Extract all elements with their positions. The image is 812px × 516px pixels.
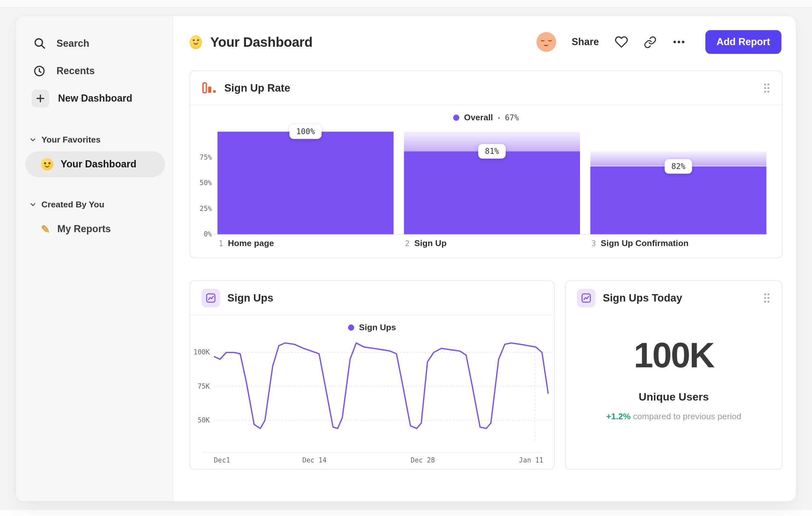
legend-dot	[348, 324, 354, 330]
funnel-value-label: 100%	[289, 125, 322, 139]
kpi-card: Sign Ups Today 100K Unique Users +1.2% c…	[565, 280, 782, 469]
y-axis-tick-label: 50%	[190, 179, 212, 186]
x-axis-tick-label: Dec1	[214, 456, 230, 464]
smiley-emoji-icon	[190, 35, 202, 49]
funnel-step-name: 3Sign Up Confirmation	[591, 238, 689, 248]
y-axis-tick-label: 100K	[190, 348, 210, 356]
x-axis-tick-label: Jan 11	[519, 456, 543, 464]
legend-value: 67%	[505, 113, 519, 122]
card-header: Sign Ups Today	[566, 281, 782, 315]
delta-note: compared to previous period	[633, 411, 742, 421]
share-button[interactable]: Share	[572, 36, 599, 47]
kpi-label: Unique Users	[566, 391, 782, 403]
card-title: Sign Up Rate	[224, 82, 290, 94]
header-actions: Share	[536, 30, 782, 54]
line-chart-icon	[577, 289, 596, 307]
card-title: Sign Ups Today	[603, 292, 683, 304]
sidebar-section-title: Created By You	[41, 199, 105, 209]
sidebar-section-created-by-you[interactable]: Created By You	[16, 195, 172, 213]
funnel-bar-sign-up-confirmation[interactable]: 82%3Sign Up Confirmation	[590, 132, 766, 234]
y-axis-tick-label: 25%	[190, 205, 212, 212]
line-chart-plot[interactable]	[214, 338, 551, 452]
bar-chart-icon	[201, 80, 217, 96]
app-window: Search Recents New Dashboard	[16, 16, 796, 501]
more-options-icon[interactable]	[672, 35, 685, 49]
sidebar: Search Recents New Dashboard	[16, 16, 173, 501]
x-axis-tick-label: Dec 28	[410, 456, 435, 464]
sidebar-item-label: Search	[56, 38, 89, 49]
sidebar-item-my-reports[interactable]: ✎ My Reports	[25, 216, 165, 242]
funnel-step-name: 2Sign Up	[405, 238, 446, 248]
y-axis-tick-label: 0%	[190, 230, 212, 238]
smiley-emoji-icon	[41, 158, 54, 171]
y-axis-tick-label: 75%	[190, 153, 212, 161]
sidebar-item-new-dashboard[interactable]: New Dashboard	[16, 84, 172, 113]
favorite-heart-icon[interactable]	[614, 35, 628, 49]
chart-legend[interactable]: Sign Ups	[190, 323, 554, 332]
line-chart-card: Sign Ups Sign Ups 100K75K50K Dec1Dec 14D…	[190, 280, 555, 469]
chart-legend[interactable]: Overall • 67%	[190, 113, 782, 123]
funnel-bar-home-page[interactable]: 100%1Home page	[218, 132, 394, 234]
main-content: Your Dashboard Share	[173, 16, 796, 501]
line-chart-icon	[201, 288, 220, 307]
line-x-axis-line	[202, 452, 542, 453]
legend-label: Overall	[464, 113, 493, 123]
drag-handle-icon[interactable]	[763, 292, 771, 303]
funnel-bar-sign-up[interactable]: 81%2Sign Up	[404, 132, 580, 234]
dashboard-header: Your Dashboard Share	[190, 28, 781, 55]
sidebar-item-label: My Reports	[57, 223, 111, 235]
chevron-down-icon	[30, 136, 36, 143]
title-group: Your Dashboard	[190, 34, 313, 50]
funnel-bars: 100%1Home page81%2Sign Up82%3Sign Up Con…	[218, 132, 766, 234]
sidebar-section-title: Your Favorites	[41, 134, 101, 144]
legend-label: Sign Ups	[359, 323, 396, 332]
sidebar-item-search[interactable]: Search	[16, 30, 172, 57]
avatar[interactable]	[536, 32, 556, 52]
top-strip	[0, 0, 812, 8]
kpi-value: 100K	[566, 335, 782, 375]
plus-icon	[32, 90, 49, 107]
funnel-value-label: 82%	[665, 159, 692, 173]
clock-icon	[33, 64, 46, 77]
y-axis-tick-label: 75K	[190, 382, 210, 390]
card-header: Sign Up Rate	[190, 71, 782, 105]
funnel-baseline	[212, 234, 766, 235]
x-axis-tick-label: Dec 14	[302, 456, 326, 464]
sidebar-item-label: Recents	[56, 65, 95, 76]
funnel-value-label: 81%	[478, 144, 505, 158]
legend-dot	[453, 114, 459, 120]
page-title: Your Dashboard	[210, 34, 312, 50]
sidebar-item-your-dashboard[interactable]: Your Dashboard	[25, 151, 165, 177]
chevron-down-icon	[30, 201, 36, 208]
funnel-card: Sign Up Rate Overall • 67% 75%50%25%0	[190, 71, 782, 258]
sidebar-item-label: Your Dashboard	[61, 159, 136, 170]
kpi-delta: +1.2% compared to previous period	[566, 411, 782, 422]
bottom-strip	[0, 510, 812, 516]
card-header: Sign Ups	[190, 281, 554, 315]
drag-handle-icon[interactable]	[763, 82, 771, 93]
pencil-emoji-icon: ✎	[41, 223, 50, 235]
sidebar-item-recents[interactable]: Recents	[16, 57, 172, 84]
sidebar-section-your-favorites[interactable]: Your Favorites	[16, 131, 172, 148]
card-title: Sign Ups	[228, 292, 273, 304]
sidebar-item-label: New Dashboard	[58, 93, 133, 104]
page: Search Recents New Dashboard	[0, 0, 812, 516]
funnel-step-name: 1Home page	[219, 238, 274, 248]
add-report-button[interactable]: Add Report	[705, 30, 781, 54]
delta-percent: +1.2%	[606, 411, 631, 421]
search-icon	[33, 37, 46, 50]
copy-link-icon[interactable]	[643, 35, 656, 48]
y-axis-tick-label: 50K	[190, 416, 210, 424]
legend-separator: •	[497, 113, 500, 121]
